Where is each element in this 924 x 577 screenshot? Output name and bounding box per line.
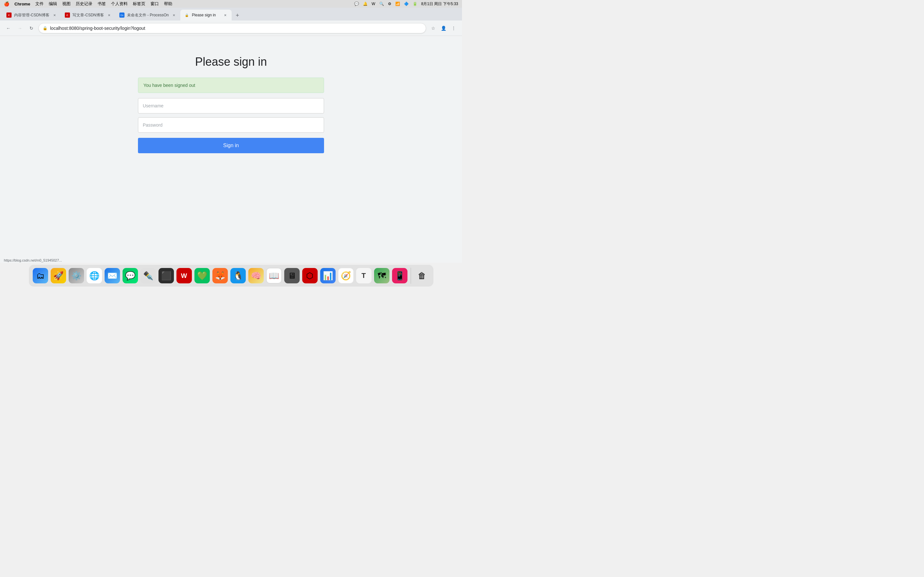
- menu-bar-right: 💬 🔔 W 🔍 ⚙ 📶 🔷 🔋 8月1日 周日 下午5:33: [354, 1, 458, 7]
- forward-button[interactable]: →: [15, 24, 24, 33]
- menu-history[interactable]: 历史记录: [76, 1, 92, 7]
- dock-chrome[interactable]: 🌐: [86, 268, 103, 284]
- tab3-favicon: On: [120, 13, 124, 18]
- menu-bookmarks[interactable]: 书签: [97, 1, 106, 7]
- dock-wechat[interactable]: 💚: [194, 268, 210, 284]
- login-container: Please sign in You have been signed out …: [138, 55, 324, 153]
- wifi-icon: 📶: [395, 2, 400, 6]
- tab1-close-button[interactable]: ✕: [52, 13, 57, 18]
- status-url: https://blog.csdn.net/m0_51945027...: [4, 258, 62, 262]
- status-bar: https://blog.csdn.net/m0_51945027...: [0, 258, 462, 263]
- control-center-icon: ⚙: [388, 2, 391, 6]
- dock-parallels[interactable]: ⬡: [302, 268, 318, 284]
- address-bar-actions: ☆ 👤 ⋮: [429, 24, 458, 33]
- dock-inner: 🗂 🚀 ⚙️ 🌐 ✉️ 💬 ✒️ ⬛ W 💚 🦊: [29, 264, 434, 287]
- alert-message: You have been signed out: [144, 83, 195, 88]
- tab2-favicon: C: [65, 13, 70, 18]
- dock-finder[interactable]: 🗂: [32, 268, 49, 284]
- menu-button[interactable]: ⋮: [449, 24, 458, 33]
- profile-button[interactable]: 👤: [439, 24, 448, 33]
- dock-safari[interactable]: 🧭: [338, 268, 354, 284]
- tab-csdn-content[interactable]: C 内容管理-CSDN博客 ✕: [3, 10, 61, 21]
- new-tab-button[interactable]: +: [233, 11, 242, 20]
- reload-button[interactable]: ↻: [27, 24, 36, 33]
- dock-terminal[interactable]: ⬛: [158, 268, 174, 284]
- menu-file[interactable]: 文件: [35, 1, 44, 7]
- menu-edit[interactable]: 编辑: [49, 1, 57, 7]
- tab-processon[interactable]: On 未命名文件 - ProcessOn ✕: [115, 10, 180, 21]
- tab4-title: Please sign in: [192, 13, 220, 17]
- dock-launchpad[interactable]: 🚀: [50, 268, 67, 284]
- menu-window[interactable]: 窗口: [150, 1, 159, 7]
- tab-csdn-write[interactable]: C 写文章-CSDN博客 ✕: [61, 10, 115, 21]
- url-bar[interactable]: 🔒 localhost:8080/spring-boot-security/lo…: [39, 23, 426, 33]
- spotlight-icon: 🔍: [379, 2, 384, 6]
- address-bar: ← → ↻ 🔒 localhost:8080/spring-boot-secur…: [0, 21, 462, 36]
- url-display: localhost:8080/spring-boot-security/logi…: [50, 26, 422, 31]
- menu-profile[interactable]: 个人资料: [111, 1, 128, 7]
- dock-display[interactable]: 🖥: [284, 268, 300, 284]
- datetime: 8月1日 周日 下午5:33: [421, 1, 458, 7]
- dock-mail[interactable]: ✉️: [104, 268, 121, 284]
- apple-menu[interactable]: 🍎: [4, 1, 9, 6]
- dock-color-ui[interactable]: 📱: [391, 268, 408, 284]
- tab3-title: 未命名文件 - ProcessOn: [127, 13, 169, 18]
- wechat-icon: 💬: [354, 2, 359, 6]
- battery-icon: 🔋: [413, 2, 417, 6]
- alert-box: You have been signed out: [138, 77, 324, 93]
- tab1-title: 内容管理-CSDN博客: [14, 13, 49, 18]
- menu-bar: 🍎 Chrome 文件 编辑 视图 历史记录 书签 个人资料 标签页 窗口 帮助…: [0, 0, 462, 8]
- tab-bar: C 内容管理-CSDN博客 ✕ C 写文章-CSDN博客 ✕ On 未命名文件 …: [0, 8, 462, 21]
- dock-typora[interactable]: T: [355, 268, 372, 284]
- dock-mindnode[interactable]: 🧠: [248, 268, 264, 284]
- wps-icon: W: [372, 2, 375, 6]
- page-title: Please sign in: [195, 55, 267, 69]
- dock: 🗂 🚀 ⚙️ 🌐 ✉️ 💬 ✒️ ⬛ W 💚 🦊: [0, 263, 462, 288]
- username-input[interactable]: [138, 98, 324, 113]
- dock-gitlab[interactable]: 🦊: [212, 268, 228, 284]
- dock-system-prefs[interactable]: ⚙️: [68, 268, 85, 284]
- tab1-favicon: C: [6, 13, 11, 18]
- lock-icon: 🔒: [43, 26, 47, 31]
- sign-in-button[interactable]: Sign in: [138, 138, 324, 153]
- dock-maps[interactable]: 🗺: [373, 268, 390, 284]
- tab2-close-button[interactable]: ✕: [107, 13, 111, 18]
- menu-tabs[interactable]: 标签页: [133, 1, 145, 7]
- dock-pen[interactable]: ✒️: [140, 268, 157, 284]
- tab4-favicon: 🔒: [184, 13, 189, 18]
- bookmark-button[interactable]: ☆: [429, 24, 438, 33]
- menu-bar-left: 🍎 Chrome 文件 编辑 视图 历史记录 书签 个人资料 标签页 窗口 帮助: [4, 1, 172, 7]
- dock-wps[interactable]: W: [176, 268, 192, 284]
- dock-wecom[interactable]: 💬: [122, 268, 139, 284]
- back-button[interactable]: ←: [4, 24, 13, 33]
- app-name[interactable]: Chrome: [15, 2, 30, 6]
- page-content: Please sign in You have been signed out …: [0, 36, 462, 263]
- dock-keynote[interactable]: 📊: [320, 268, 336, 284]
- tab3-close-button[interactable]: ✕: [171, 13, 176, 18]
- dock-trash[interactable]: 🗑: [414, 268, 430, 284]
- menu-help[interactable]: 帮助: [164, 1, 172, 7]
- tab2-title: 写文章-CSDN博客: [73, 13, 104, 18]
- tab-sign-in[interactable]: 🔒 Please sign in ✕: [180, 10, 232, 21]
- browser-window: C 内容管理-CSDN博客 ✕ C 写文章-CSDN博客 ✕ On 未命名文件 …: [0, 8, 462, 263]
- bluetooth-icon: 🔷: [404, 2, 409, 6]
- menu-view[interactable]: 视图: [62, 1, 71, 7]
- notification-icon: 🔔: [363, 2, 368, 6]
- dock-dictionary[interactable]: 📖: [266, 268, 282, 284]
- tab4-close-button[interactable]: ✕: [223, 13, 228, 18]
- password-input[interactable]: [138, 117, 324, 133]
- dock-qq[interactable]: 🐧: [230, 268, 246, 284]
